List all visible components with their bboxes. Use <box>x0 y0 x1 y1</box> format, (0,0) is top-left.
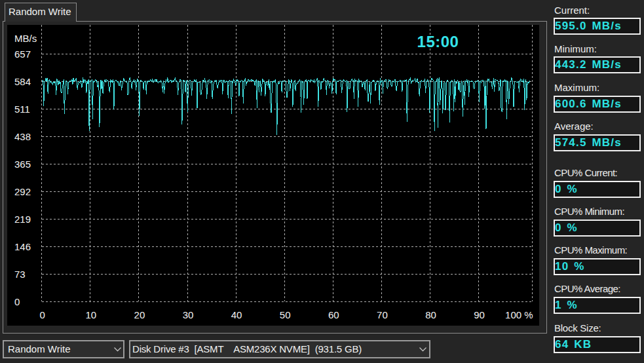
svg-text:511: 511 <box>14 104 30 115</box>
svg-text:584: 584 <box>14 76 31 87</box>
svg-text:70: 70 <box>377 309 388 320</box>
svg-text:60: 60 <box>328 309 339 320</box>
svg-text:0: 0 <box>40 309 45 320</box>
svg-text:MB/s: MB/s <box>14 33 37 44</box>
svg-text:0: 0 <box>14 296 20 307</box>
svg-text:40: 40 <box>231 309 242 320</box>
svg-text:30: 30 <box>183 309 194 320</box>
svg-text:10: 10 <box>85 309 96 320</box>
svg-text:50: 50 <box>280 309 291 320</box>
svg-text:657: 657 <box>14 48 31 60</box>
svg-text:146: 146 <box>14 241 31 252</box>
svg-text:20: 20 <box>134 309 145 320</box>
svg-text:100 %: 100 % <box>505 309 533 320</box>
svg-text:80: 80 <box>425 309 436 320</box>
svg-text:90: 90 <box>474 309 485 320</box>
svg-text:219: 219 <box>14 214 31 225</box>
svg-text:292: 292 <box>14 186 31 197</box>
svg-text:438: 438 <box>14 131 31 142</box>
svg-text:15:00: 15:00 <box>417 33 459 50</box>
svg-text:73: 73 <box>14 269 26 280</box>
svg-text:365: 365 <box>14 159 31 170</box>
